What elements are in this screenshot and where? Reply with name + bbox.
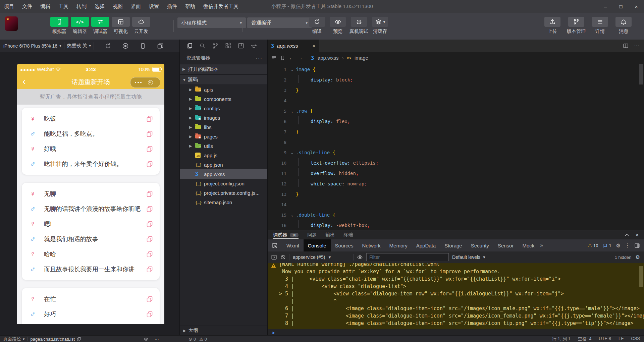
- devtools-tab-Console[interactable]: Console: [304, 239, 331, 251]
- copy-icon[interactable]: [146, 161, 153, 167]
- inspect-icon[interactable]: [272, 242, 278, 248]
- breadcrumb-symbol[interactable]: image: [355, 55, 368, 61]
- editor-more-icon[interactable]: ···: [634, 43, 639, 49]
- hot-reload-toggle[interactable]: 热重载 关▾: [64, 40, 94, 52]
- capsule-menu[interactable]: [130, 77, 160, 88]
- tree-item-apis[interactable]: ▶#apis: [180, 85, 267, 94]
- devtools-settings-icon[interactable]: ⚙: [616, 242, 621, 249]
- multi-window-icon[interactable]: [157, 43, 164, 49]
- devtools-tab-Wxml[interactable]: Wxml: [282, 239, 304, 251]
- status-item[interactable]: UTF-8: [599, 336, 611, 342]
- tree-item-app.json[interactable]: {…}app.json: [180, 160, 267, 169]
- filter-input[interactable]: [366, 253, 449, 261]
- kebab-menu-icon[interactable]: ⋮: [625, 242, 630, 248]
- copy-icon[interactable]: [146, 190, 153, 197]
- message-count[interactable]: 1: [602, 243, 611, 248]
- menu-转到[interactable]: 转到: [72, 0, 91, 13]
- copy-icon[interactable]: [146, 266, 153, 273]
- compile-mode-select[interactable]: 普通编译▾: [247, 17, 312, 28]
- console-output[interactable]: [WXML Runtime warning] ./pages/chatList/…: [268, 263, 644, 329]
- back-chevron-icon[interactable]: ‹: [22, 76, 25, 87]
- more-tabs-icon[interactable]: »: [540, 242, 543, 248]
- tree-item-images[interactable]: ▶▣images: [180, 113, 267, 122]
- copy-icon[interactable]: [146, 146, 153, 152]
- maximize-button[interactable]: □: [613, 0, 629, 13]
- copy-icon[interactable]: [146, 115, 153, 122]
- toolbar-button-上传[interactable]: 上传: [543, 17, 561, 35]
- mode-select[interactable]: 小程序模式▾: [177, 17, 246, 28]
- tree-item-libs[interactable]: ▶◦libs: [180, 122, 267, 132]
- panel-tab-调试器[interactable]: 调试器10: [273, 230, 299, 239]
- menu-微信开发者工具[interactable]: 微信开发者工具: [199, 0, 243, 13]
- more-dots-icon[interactable]: [135, 82, 142, 83]
- copy-icon[interactable]: [146, 311, 153, 318]
- status-item[interactable]: LF: [619, 336, 624, 342]
- bookmark-icon[interactable]: [280, 55, 285, 61]
- toolbar-button-编辑器[interactable]: </>编辑器: [71, 17, 89, 35]
- toolbar-button-消息[interactable]: 消息: [614, 17, 633, 35]
- device-frame-icon[interactable]: [140, 43, 146, 49]
- console-scrollbar[interactable]: [639, 266, 643, 287]
- close-tab-icon[interactable]: ×: [312, 43, 315, 49]
- copy-icon[interactable]: [146, 296, 153, 302]
- page-path-select[interactable]: 页面路径 ▾: [0, 336, 28, 342]
- collapse-panel-icon[interactable]: [624, 232, 630, 238]
- toolbar-button-编译[interactable]: 编译: [308, 17, 326, 35]
- close-panel-icon[interactable]: ×: [636, 232, 639, 238]
- panel-tab-问题[interactable]: 问题: [307, 230, 317, 239]
- toolbar-button-云开发[interactable]: 云开发: [132, 17, 150, 35]
- status-item[interactable]: 空格: 4: [578, 336, 591, 342]
- files-icon[interactable]: [186, 43, 193, 49]
- outline-list-icon[interactable]: [271, 55, 277, 61]
- menu-设置[interactable]: 设置: [145, 0, 163, 13]
- menu-视图[interactable]: 视图: [109, 0, 127, 13]
- copy-icon[interactable]: [146, 221, 153, 227]
- console-settings-icon[interactable]: ⚙: [636, 254, 640, 260]
- tree-item-components[interactable]: ▶+components: [180, 94, 267, 104]
- toolbar-button-可视化[interactable]: 可视化: [112, 17, 130, 35]
- copy-icon[interactable]: [146, 236, 153, 242]
- search-icon[interactable]: [199, 43, 206, 49]
- preview-eye-icon[interactable]: [144, 337, 149, 342]
- source-section[interactable]: ▼ 源码: [180, 74, 267, 85]
- toolbar-button-版本管理[interactable]: 版本管理: [567, 17, 586, 35]
- fold-chevron-icon[interactable]: ⌄: [288, 64, 296, 75]
- toolbar-button-真机调试[interactable]: 真机调试: [350, 17, 368, 35]
- minimize-button[interactable]: –: [598, 0, 613, 13]
- status-item[interactable]: CSS: [631, 336, 640, 342]
- minimize-target-icon[interactable]: [148, 80, 153, 85]
- menu-界面[interactable]: 界面: [127, 0, 145, 13]
- toolbar-button-详情[interactable]: 详情: [591, 17, 609, 35]
- split-editor-icon[interactable]: [623, 43, 629, 49]
- tree-item-pages[interactable]: ▶◉pages: [180, 132, 267, 141]
- statusbar-more-icon[interactable]: ···: [155, 337, 159, 342]
- copy-icon[interactable]: [146, 206, 153, 212]
- fold-chevron-icon[interactable]: ⌄: [288, 148, 296, 158]
- code-editor[interactable]: 1⌄image {2display: block;3}45⌄.row {6dis…: [268, 64, 644, 230]
- devtools-tab-Mock[interactable]: Mock: [518, 239, 539, 251]
- problems-indicator[interactable]: ⊘0 ⚠0: [189, 337, 207, 342]
- nav-forward-icon[interactable]: →: [298, 55, 303, 61]
- avatar[interactable]: ★: [5, 16, 18, 31]
- extensions-icon[interactable]: [225, 43, 231, 49]
- tree-item-project.config.json[interactable]: {…}project.config.json: [180, 179, 267, 188]
- tree-item-utils[interactable]: ▶+utils: [180, 141, 267, 151]
- menu-插件[interactable]: 插件: [163, 0, 181, 13]
- more-actions-icon[interactable]: ···: [256, 55, 263, 61]
- devtools-tab-AppData[interactable]: AppData: [412, 239, 440, 251]
- nav-back-icon[interactable]: ←: [289, 55, 294, 61]
- outline-section[interactable]: ▶ 大纲: [180, 326, 267, 335]
- panel-tab-终端[interactable]: 终端: [343, 230, 353, 239]
- eye-icon[interactable]: [357, 254, 363, 260]
- tab-app-wxss[interactable]: Ʒ app.wxss ×: [268, 40, 319, 52]
- toolbar-button-清缓存[interactable]: ▾清缓存: [371, 17, 389, 35]
- menu-选择[interactable]: 选择: [91, 0, 109, 13]
- devtools-tab-Network[interactable]: Network: [358, 239, 385, 251]
- tree-item-configs[interactable]: ▶*configs: [180, 104, 267, 113]
- devtools-tab-Sources[interactable]: Sources: [331, 239, 358, 251]
- menu-项目[interactable]: 项目: [0, 0, 18, 13]
- device-select[interactable]: iPhone 6/7/8 Plus 85% 16▾: [0, 40, 64, 52]
- menu-编辑[interactable]: 编辑: [36, 0, 54, 13]
- breadcrumb-file[interactable]: app.wxss: [318, 55, 339, 61]
- devtools-tab-Sensor[interactable]: Sensor: [493, 239, 518, 251]
